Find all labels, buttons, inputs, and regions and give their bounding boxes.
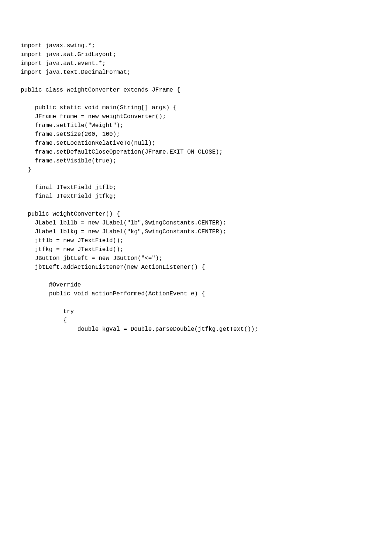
code-block: import javax.swing.*; import java.awt.Gr…	[21, 41, 377, 334]
code-page: import javax.swing.*; import java.awt.Gr…	[0, 0, 392, 556]
